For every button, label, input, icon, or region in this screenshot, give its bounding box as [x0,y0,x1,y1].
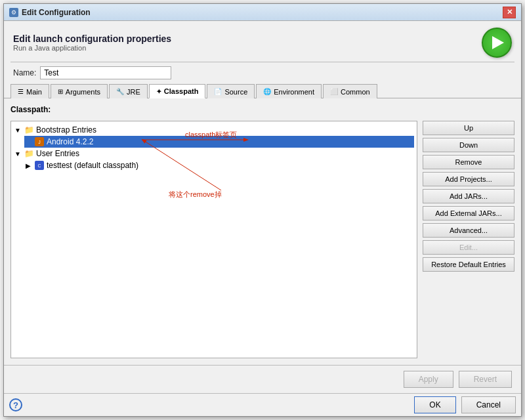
main-icon: ☰ [18,88,24,95]
header-title: Edit launch configuration properties [13,33,171,44]
tab-source[interactable]: 📄 Source [207,84,255,98]
expand-icon-bootstrap: ▼ [14,126,22,134]
tab-main-label: Main [26,88,42,96]
add-jars-button[interactable]: Add JARs... [423,189,514,203]
common-icon: ⬜ [330,88,338,95]
tab-jre-label: JRE [127,88,140,96]
tabs-container: ☰ Main ⊞ Arguments 🔧 JRE ✦ Classpath 📄 S… [4,83,521,98]
apply-revert-bar: Apply Revert [4,365,521,393]
main-window: ⚙ Edit Configuration ✕ Edit launch confi… [3,3,522,417]
remove-button[interactable]: Remove [423,155,514,169]
classpath-label: Classpath: [10,105,514,114]
tab-arguments-label: Arguments [66,88,100,96]
classpath-section: ▼ 📁 Bootstrap Entries J Android 4.2.2 ▼ … [10,121,514,358]
tab-common[interactable]: ⬜ Common [323,84,377,98]
edit-button[interactable]: Edit... [423,240,514,255]
tab-arguments[interactable]: ⊞ Arguments [51,84,108,98]
name-row: Name: [4,62,521,83]
close-button[interactable]: ✕ [503,7,516,18]
add-external-jars-button[interactable]: Add External JARs... [423,206,514,220]
title-bar: ⚙ Edit Configuration ✕ [4,4,521,21]
tree-item-bootstrap[interactable]: ▼ 📁 Bootstrap Entries [14,124,414,136]
help-button[interactable]: ? [9,398,22,411]
main-content: Classpath: ▼ 📁 Bootstrap Entries J Andro… [4,98,521,365]
tab-main[interactable]: ☰ Main [10,84,49,98]
tree-panel[interactable]: ▼ 📁 Bootstrap Entries J Android 4.2.2 ▼ … [10,121,417,358]
buttons-panel: Up Down Remove Add Projects... Add JARs.… [423,121,514,358]
expand-icon-testtest: ▶ [24,161,32,169]
cancel-button[interactable]: Cancel [461,396,516,413]
down-button[interactable]: Down [423,138,514,152]
expand-icon-android [24,138,32,146]
classpath-icon-testtest: C [34,161,45,170]
tab-common-label: Common [341,88,370,96]
tab-environment-label: Environment [274,88,314,96]
tab-environment[interactable]: 🌐 Environment [256,84,322,98]
tree-item-android[interactable]: J Android 4.2.2 [24,136,414,148]
name-label: Name: [13,68,36,77]
tree-label-testtest: testtest (default classpath) [47,161,138,170]
play-icon [492,36,504,49]
up-button[interactable]: Up [423,121,514,135]
svg-text:将这个remove掉: 将这个remove掉 [168,190,222,198]
ok-button[interactable]: OK [414,396,455,413]
folder-icon-user: 📁 [24,149,34,158]
tab-classpath[interactable]: ✦ Classpath [149,84,206,98]
name-input[interactable] [40,66,171,79]
tab-jre[interactable]: 🔧 JRE [109,84,148,98]
tab-classpath-label: Classpath [164,87,199,95]
classpath-icon: ✦ [156,88,161,95]
revert-button[interactable]: Revert [459,371,512,388]
expand-icon-user: ▼ [14,150,22,158]
advanced-button[interactable]: Advanced... [423,223,514,238]
tree-item-user[interactable]: ▼ 📁 User Entries [14,148,414,159]
footer-bar: ? OK Cancel [4,393,521,416]
environment-icon: 🌐 [263,88,271,95]
jar-icon-android: J [34,137,45,146]
tree-item-testtest[interactable]: ▶ C testtest (default classpath) [24,159,414,171]
header-subtitle: Run a Java application [13,44,171,52]
jre-icon: 🔧 [116,88,124,95]
folder-icon-bootstrap: 📁 [24,125,34,135]
add-projects-button[interactable]: Add Projects... [423,172,514,186]
window-icon: ⚙ [9,8,18,17]
tree-label-bootstrap: Bootstrap Entries [36,125,96,135]
header: Edit launch configuration properties Run… [4,21,521,62]
restore-default-button[interactable]: Restore Default Entries [423,257,514,272]
tree-label-android: Android 4.2.2 [47,137,93,146]
arguments-icon: ⊞ [58,88,63,95]
window-title: Edit Configuration [22,8,91,17]
apply-button[interactable]: Apply [404,371,453,388]
run-button[interactable] [482,28,512,58]
source-icon: 📄 [214,88,222,95]
tree-label-user: User Entries [36,149,79,158]
tab-source-label: Source [224,88,247,96]
